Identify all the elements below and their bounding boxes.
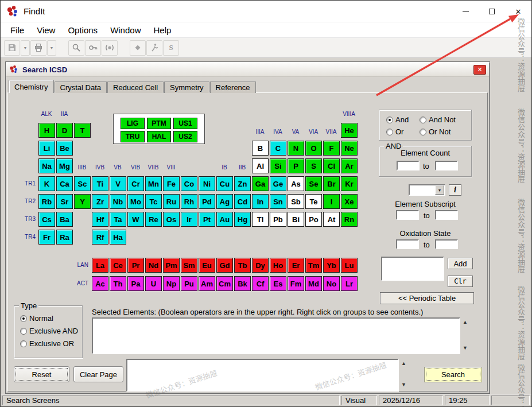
element-Os[interactable]: Os: [163, 212, 180, 227]
element-Si[interactable]: Si: [270, 158, 286, 173]
element-Sn[interactable]: Sn: [270, 194, 286, 209]
element-Rb[interactable]: Rb: [38, 194, 55, 209]
chevron-down-icon[interactable]: ▼: [435, 185, 444, 195]
refresh-button[interactable]: [102, 40, 118, 56]
element-Fr[interactable]: Fr: [38, 230, 55, 245]
save-dropdown-button[interactable]: ▼: [21, 40, 30, 56]
menu-item-view[interactable]: View: [30, 25, 61, 35]
radio-exclusive-or[interactable]: Exclusive OR: [20, 339, 82, 348]
element-Cu[interactable]: Cu: [216, 176, 233, 191]
element-Ho[interactable]: Ho: [270, 258, 286, 273]
element-Sr[interactable]: Sr: [56, 194, 73, 209]
element-Tm[interactable]: Tm: [305, 258, 322, 273]
menu-item-options[interactable]: Options: [61, 25, 104, 35]
element-Hg[interactable]: Hg: [234, 212, 251, 227]
element-Br[interactable]: Br: [323, 176, 340, 191]
element-Th[interactable]: Th: [110, 276, 126, 291]
element-As[interactable]: As: [288, 176, 304, 191]
reset-button[interactable]: Reset: [14, 366, 69, 382]
element-Zn[interactable]: Zn: [234, 176, 251, 191]
element-Ac[interactable]: Ac: [92, 276, 108, 291]
group-tru[interactable]: TRU: [121, 131, 145, 142]
element-Tb[interactable]: Tb: [234, 258, 251, 273]
tab-chemistry[interactable]: Chemistry: [9, 80, 54, 93]
element-Fe[interactable]: Fe: [163, 176, 180, 191]
element-Np[interactable]: Np: [163, 276, 180, 291]
element-Ag[interactable]: Ag: [216, 194, 233, 209]
element-Ca[interactable]: Ca: [56, 176, 73, 191]
element-Li[interactable]: Li: [38, 141, 55, 156]
element-Am[interactable]: Am: [199, 276, 215, 291]
element-Bk[interactable]: Bk: [234, 276, 251, 291]
element-count-min-input[interactable]: [397, 161, 420, 170]
element-Yb[interactable]: Yb: [323, 258, 340, 273]
element-D[interactable]: D: [56, 123, 73, 138]
element-Ce[interactable]: Ce: [110, 258, 126, 273]
search-button[interactable]: Search: [424, 367, 482, 382]
scroll-up-icon[interactable]: ▲: [401, 361, 406, 366]
element-K[interactable]: K: [38, 176, 55, 191]
element-Cf[interactable]: Cf: [252, 276, 269, 291]
element-Rh[interactable]: Rh: [181, 194, 197, 209]
element-Pd[interactable]: Pd: [199, 194, 215, 209]
clr-button[interactable]: Clr: [448, 276, 473, 287]
group-ptm[interactable]: PTM: [147, 118, 171, 129]
element-Dy[interactable]: Dy: [252, 258, 269, 273]
element-Pb[interactable]: Pb: [270, 212, 286, 227]
element-V[interactable]: V: [110, 176, 126, 191]
element-Fm[interactable]: Fm: [288, 276, 304, 291]
element-Co[interactable]: Co: [181, 176, 197, 191]
element-U[interactable]: U: [145, 276, 162, 291]
element-Cm[interactable]: Cm: [216, 276, 233, 291]
run-button[interactable]: [146, 40, 162, 56]
selected-elements-box[interactable]: [92, 317, 460, 354]
element-Se[interactable]: Se: [305, 176, 322, 191]
element-Hf[interactable]: Hf: [92, 212, 108, 227]
element-H[interactable]: H: [38, 123, 55, 138]
element-Cr[interactable]: Cr: [127, 176, 144, 191]
scroll-up-icon[interactable]: ▲: [463, 320, 468, 325]
save-button[interactable]: [4, 40, 20, 56]
element-Ta[interactable]: Ta: [110, 212, 126, 227]
element-At[interactable]: At: [323, 212, 340, 227]
add-button[interactable]: Add: [448, 258, 473, 269]
subscript-min-input[interactable]: [396, 210, 419, 220]
element-Pa[interactable]: Pa: [127, 276, 144, 291]
element-Y[interactable]: Y: [74, 194, 91, 209]
menu-item-help[interactable]: Help: [147, 25, 177, 35]
tab-crystal-data[interactable]: Crystal Data: [55, 82, 107, 93]
radio-or-not[interactable]: Or Not: [420, 127, 471, 136]
element-P[interactable]: P: [288, 158, 304, 173]
scroll-down-icon[interactable]: ▼: [463, 346, 468, 351]
menu-item-file[interactable]: File: [4, 25, 30, 35]
element-Gd[interactable]: Gd: [216, 258, 233, 273]
element-C[interactable]: C: [270, 141, 286, 156]
element-Lr[interactable]: Lr: [341, 276, 358, 291]
element-Ti[interactable]: Ti: [92, 176, 108, 191]
element-Ru[interactable]: Ru: [163, 194, 180, 209]
element-Ga[interactable]: Ga: [252, 176, 269, 191]
subscript-max-input[interactable]: [435, 210, 458, 220]
tab-reduced-cell[interactable]: Reduced Cell: [107, 82, 164, 93]
print-dropdown-button[interactable]: ▼: [47, 40, 56, 56]
clear-page-button[interactable]: Clear Page: [73, 366, 123, 382]
minimize-button[interactable]: [452, 1, 479, 22]
element-Pu[interactable]: Pu: [181, 276, 197, 291]
element-Ne[interactable]: Ne: [341, 141, 358, 156]
scroll-down-icon[interactable]: ▼: [401, 382, 406, 387]
element-O[interactable]: O: [305, 141, 322, 156]
element-Ni[interactable]: Ni: [199, 176, 215, 191]
element-select-dropdown[interactable]: ▼: [409, 184, 445, 196]
element-Pr[interactable]: Pr: [127, 258, 144, 273]
element-La[interactable]: La: [92, 258, 108, 273]
periodic-table-toggle-button[interactable]: << Periodic Table: [380, 292, 474, 304]
stop-button[interactable]: S: [163, 40, 179, 56]
radio-exclusive-and[interactable]: Exclusive AND: [20, 327, 82, 335]
element-Es[interactable]: Es: [270, 276, 286, 291]
element-Tl[interactable]: Tl: [252, 212, 269, 227]
radio-or[interactable]: Or: [386, 127, 420, 136]
element-Cs[interactable]: Cs: [38, 212, 55, 227]
element-Pm[interactable]: Pm: [163, 258, 180, 273]
element-Cl[interactable]: Cl: [323, 158, 340, 173]
group-lig[interactable]: LIG: [121, 118, 145, 129]
